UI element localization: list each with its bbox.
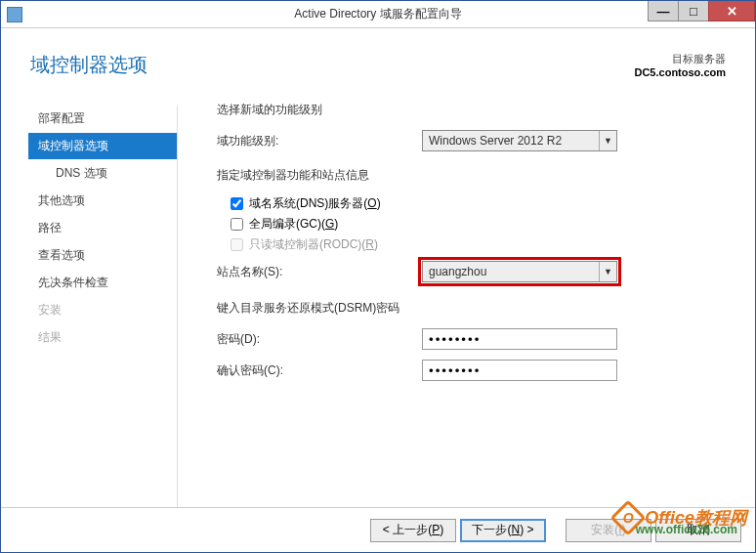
chevron-down-icon: ▼: [599, 131, 616, 150]
sidebar-step-2[interactable]: DNS 选项: [28, 160, 177, 187]
sidebar: 部署配置域控制器选项DNS 选项其他选项路径查看选项先决条件检查安装结果: [1, 86, 177, 553]
sidebar-step-0[interactable]: 部署配置: [28, 106, 177, 132]
next-button[interactable]: 下一步(N) >: [460, 519, 546, 542]
sidebar-step-1[interactable]: 域控制器选项: [28, 133, 177, 159]
gc-checkbox-label: 全局编录(GC)(G): [249, 216, 338, 233]
window-controls: — □ ✕: [649, 0, 755, 21]
app-icon: [7, 7, 22, 22]
rodc-checkbox-label: 只读域控制器(RODC)(R): [249, 236, 378, 253]
sidebar-step-4[interactable]: 路径: [28, 215, 177, 241]
rodc-checkbox: [231, 238, 243, 251]
dns-checkbox-label: 域名系统(DNS)服务器(O): [249, 195, 381, 212]
dsrm-section: 键入目录服务还原模式(DSRM)密码: [217, 300, 716, 317]
sidebar-step-3[interactable]: 其他选项: [28, 188, 177, 214]
previous-button[interactable]: < 上一步(P): [370, 519, 456, 542]
gc-checkbox-row[interactable]: 全局编录(GC)(G): [231, 216, 716, 233]
dns-checkbox[interactable]: [231, 197, 243, 210]
gc-checkbox[interactable]: [231, 218, 243, 231]
domain-functional-level-label: 域功能级别:: [217, 133, 422, 149]
password-label: 密码(D):: [217, 331, 422, 348]
functional-level-section: 选择新域的功能级别: [217, 102, 716, 118]
target-server-label: 目标服务器: [634, 52, 726, 66]
target-server-value: DC5.contoso.com: [634, 66, 726, 78]
target-server: 目标服务器 DC5.contoso.com: [634, 52, 726, 78]
footer: < 上一步(P) 下一步(N) > 安装(I) 取消: [1, 507, 755, 552]
wizard-window: Active Directory 域服务配置向导 — □ ✕ 域控制器选项 目标…: [0, 0, 756, 553]
sidebar-step-7: 安装: [28, 297, 177, 323]
maximize-button[interactable]: □: [678, 0, 709, 21]
domain-functional-level-select[interactable]: Windows Server 2012 R2 ▼: [422, 130, 617, 151]
close-button[interactable]: ✕: [708, 0, 755, 21]
site-name-select[interactable]: guangzhou ▼: [422, 261, 617, 282]
site-name-label: 站点名称(S):: [217, 264, 422, 280]
sidebar-step-6[interactable]: 先决条件检查: [28, 270, 177, 296]
rodc-checkbox-row: 只读域控制器(RODC)(R): [231, 236, 716, 253]
dns-checkbox-row[interactable]: 域名系统(DNS)服务器(O): [231, 195, 716, 212]
header: 域控制器选项 目标服务器 DC5.contoso.com: [1, 28, 755, 86]
minimize-button[interactable]: —: [648, 0, 679, 21]
titlebar: Active Directory 域服务配置向导 — □ ✕: [1, 1, 755, 28]
cancel-button[interactable]: 取消: [655, 519, 741, 542]
confirm-password-label: 确认密码(C):: [217, 362, 422, 379]
sidebar-step-5[interactable]: 查看选项: [28, 242, 177, 269]
chevron-down-icon: ▼: [599, 262, 616, 281]
install-button: 安装(I): [566, 519, 651, 542]
dc-capabilities-section: 指定域控制器功能和站点信息: [217, 167, 716, 184]
main-panel: 选择新域的功能级别 域功能级别: Windows Server 2012 R2 …: [178, 86, 735, 553]
confirm-password-field[interactable]: [422, 360, 617, 381]
password-field[interactable]: [422, 328, 617, 350]
domain-functional-level-value: Windows Server 2012 R2: [429, 134, 562, 148]
window-title: Active Directory 域服务配置向导: [294, 6, 461, 22]
site-name-value: guangzhou: [429, 265, 486, 278]
sidebar-step-8: 结果: [28, 324, 177, 351]
page-title: 域控制器选项: [30, 52, 147, 78]
